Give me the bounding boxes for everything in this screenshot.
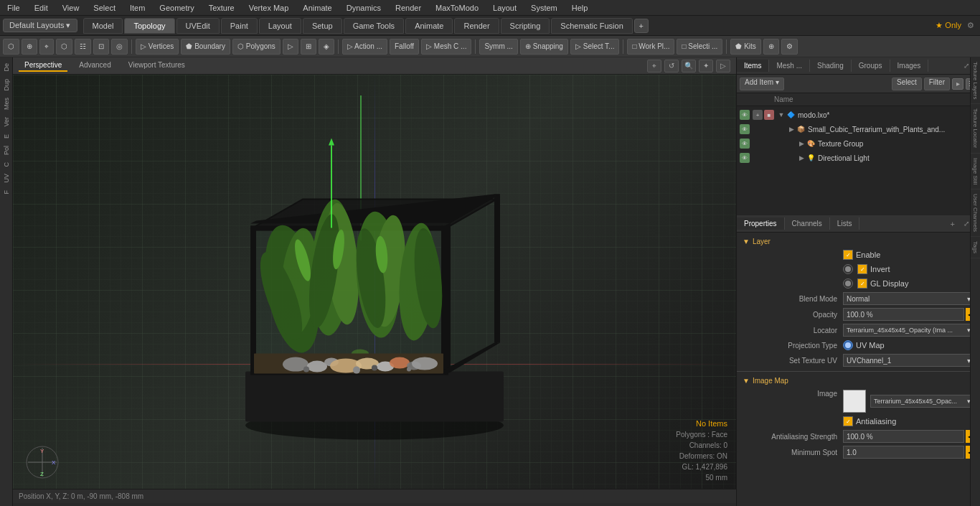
tree-expand-modo[interactable]: ▼ <box>777 111 786 119</box>
tab-render[interactable]: Render <box>454 18 499 34</box>
items-tab-items[interactable]: Items <box>737 60 769 72</box>
gl-display-checkbox-area[interactable]: ✓ GL Display <box>843 278 908 289</box>
vtab-tags[interactable]: Tags <box>971 237 980 258</box>
antialiasing-checkbox[interactable]: ✓ <box>843 416 853 426</box>
left-tab-e[interactable]: E <box>1 131 11 141</box>
tool-select-mode[interactable]: ⬡ <box>3 39 19 55</box>
menu-system[interactable]: System <box>524 2 565 14</box>
uv-map-radio-area[interactable]: UV Map <box>843 340 885 350</box>
menu-view[interactable]: View <box>55 2 87 14</box>
tab-uvedit[interactable]: UVEdit <box>176 18 220 34</box>
menu-render[interactable]: Render <box>388 2 428 14</box>
tool-work-plane[interactable]: □ Work Pl... <box>627 39 674 55</box>
left-tab-ver[interactable]: Ver <box>1 114 11 130</box>
invert-radio[interactable] <box>843 264 853 274</box>
viewport-ctrl-btn-1[interactable]: ⌖ <box>647 60 661 72</box>
gl-display-checkbox[interactable]: ✓ <box>857 278 867 289</box>
tab-layout[interactable]: Layout <box>259 18 301 34</box>
vtab-texture-locator[interactable]: Texture Locator <box>971 104 980 153</box>
minimum-spot-input[interactable] <box>843 446 964 459</box>
left-tab-dup[interactable]: Dup <box>1 76 11 94</box>
image-dropdown[interactable]: Terrarium_45x45x45_Opac... ▾ <box>870 395 974 408</box>
vtab-image-still[interactable]: Image Still <box>971 154 980 189</box>
tool-move[interactable]: ⊕ <box>22 39 37 55</box>
left-tab-uv[interactable]: UV <box>1 171 11 186</box>
invert-checkbox[interactable]: ✓ <box>857 264 867 274</box>
tree-item-modo[interactable]: 👁 + ■ ▼ 🔷 modo.lxo* <box>737 108 980 122</box>
opacity-input[interactable] <box>843 308 964 321</box>
invert-checkbox-area[interactable]: ✓ Invert <box>843 264 890 274</box>
tool-selection[interactable]: □ Selecti ... <box>677 39 722 55</box>
tab-properties[interactable]: Properties <box>737 217 785 230</box>
menu-select[interactable]: Select <box>86 2 123 14</box>
tool-mesh-c[interactable]: ▷ Mesh C ... <box>421 39 471 55</box>
menu-vertex-map[interactable]: Vertex Map <box>242 2 296 14</box>
left-tab-de[interactable]: De <box>1 60 11 75</box>
tool-rotate[interactable]: ⌖ <box>39 39 54 55</box>
tool-mirror[interactable]: ⊡ <box>93 39 109 55</box>
items-toolbar-extra[interactable]: ▸ <box>952 78 963 90</box>
tool-polygons[interactable]: ⬡ Polygons <box>232 39 281 55</box>
gl-display-radio[interactable] <box>843 278 853 289</box>
tree-eye-terrarium[interactable]: 👁 <box>740 124 750 134</box>
blend-mode-dropdown[interactable]: Normal ▾ <box>843 292 974 305</box>
tab-scripting[interactable]: Scripting <box>501 18 550 34</box>
viewport-ctrl-btn-4[interactable]: ✦ <box>699 60 713 72</box>
tool-extra2[interactable]: ⊞ <box>301 39 316 55</box>
tool-snapping2[interactable]: ⊕ Snapping <box>520 39 568 55</box>
items-tab-mesh[interactable]: Mesh ... <box>769 60 810 72</box>
items-select-button[interactable]: Select <box>892 78 922 90</box>
menu-geometry[interactable]: Geometry <box>152 2 201 14</box>
tab-topology[interactable]: Topology <box>124 18 174 34</box>
items-tab-images[interactable]: Images <box>890 60 929 72</box>
add-layout-tab-button[interactable]: + <box>634 19 649 33</box>
tool-extra3[interactable]: ◈ <box>319 39 334 55</box>
menu-maxtomodo[interactable]: MaxToModo <box>428 2 486 14</box>
tab-channels[interactable]: Channels <box>785 217 830 230</box>
menu-texture[interactable]: Texture <box>202 2 242 14</box>
vtab-texture-layers[interactable]: Texture Layers <box>971 57 980 104</box>
tool-scale[interactable]: ⬡ <box>56 39 72 55</box>
menu-help[interactable]: Help <box>565 2 595 14</box>
tree-lock-modo[interactable]: + <box>753 110 763 120</box>
tree-item-directional-light[interactable]: 👁 + ■ ▶ 💡 Directional Light <box>737 151 980 165</box>
tree-vis-modo[interactable]: ■ <box>764 110 774 120</box>
tool-select-t[interactable]: ▷ Select T... <box>570 39 620 55</box>
set-texture-uv-dropdown[interactable]: UVChannel_1 ▾ <box>843 354 974 367</box>
tab-animate[interactable]: Animate <box>405 18 453 34</box>
viewport-ctrl-btn-5[interactable]: ▷ <box>716 60 730 72</box>
viewport-tab-textures[interactable]: Viewport Textures <box>123 60 191 72</box>
left-tab-mesh[interactable]: Mes <box>1 95 11 113</box>
tool-vertices[interactable]: ▷ Vertices <box>136 39 179 55</box>
tree-eye-dir-light[interactable]: 👁 <box>740 153 750 163</box>
add-item-dropdown-arrow[interactable]: ▾ <box>776 78 779 86</box>
props-panel-expand[interactable]: ⤢ <box>963 220 969 228</box>
tree-eye-texture-group[interactable]: 👁 <box>740 139 750 149</box>
layout-dropdown[interactable]: Default Layouts ▾ <box>3 19 77 32</box>
items-filter-button[interactable]: Filter <box>924 78 950 90</box>
items-tab-shading[interactable]: Shading <box>810 60 852 72</box>
tab-game-tools[interactable]: Game Tools <box>344 18 405 34</box>
menu-file[interactable]: File <box>0 2 27 14</box>
image-thumbnail[interactable] <box>843 390 866 413</box>
menu-dynamics[interactable]: Dynamics <box>339 2 388 14</box>
tree-expand-terrarium[interactable]: ▶ <box>787 125 796 133</box>
tree-expand-texture-group[interactable]: ▶ <box>797 139 806 148</box>
tree-eye-modo[interactable]: 👁 <box>740 110 750 120</box>
viewport-ctrl-btn-3[interactable]: 🔍 <box>682 60 696 72</box>
tool-snapping[interactable]: ◎ <box>111 39 128 55</box>
tab-setup[interactable]: Setup <box>303 18 342 34</box>
uv-map-radio[interactable] <box>843 340 853 350</box>
tool-falloff[interactable]: Falloff <box>390 39 419 55</box>
enable-checkbox-area[interactable]: ✓ Enable <box>843 250 880 260</box>
viewport-tab-advanced[interactable]: Advanced <box>73 60 116 72</box>
tool-symmetry[interactable]: Symm ... <box>479 39 517 55</box>
viewport-canvas[interactable]: No Items Polygons : Face Channels: 0 Def… <box>13 75 736 489</box>
viewport-tab-perspective[interactable]: Perspective <box>19 60 67 72</box>
tool-action[interactable]: ▷ Action ... <box>342 39 387 55</box>
add-item-button[interactable]: Add Item ▾ <box>740 78 784 90</box>
antialiasing-strength-input[interactable] <box>843 430 964 443</box>
items-tab-groups[interactable]: Groups <box>852 60 890 72</box>
tool-extra1[interactable]: ▷ <box>283 39 298 55</box>
tab-schematic-fusion[interactable]: Schematic Fusion <box>551 18 632 34</box>
